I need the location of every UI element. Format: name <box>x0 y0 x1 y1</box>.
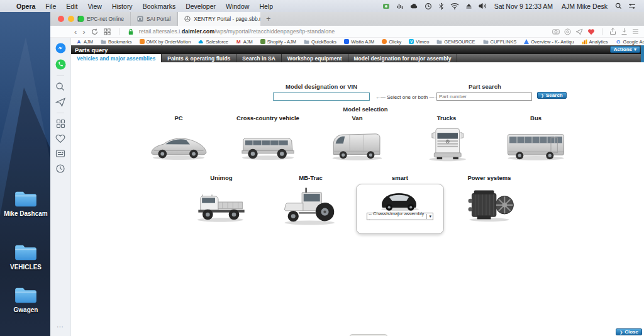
bookmark-cufflinks[interactable]: CUFFLINKS <box>483 39 517 45</box>
category-smart[interactable]: smart -- Chassis/major assembly - ▾ <box>355 174 445 234</box>
notification-center-icon[interactable] <box>628 3 636 9</box>
folder-label: Mike Dashcam <box>4 210 47 217</box>
speed-dial-icon[interactable] <box>104 28 111 35</box>
menu-item-developer[interactable]: Developer <box>180 3 221 10</box>
my-flow-icon[interactable] <box>55 98 66 107</box>
tab-search-in-sa[interactable]: Search in SA <box>236 54 281 62</box>
menu-item-window[interactable]: Window <box>221 3 254 10</box>
bookmark-vimeo[interactable]: VVimeo <box>409 39 429 45</box>
reload-button[interactable] <box>91 28 98 35</box>
whatsapp-icon[interactable] <box>55 59 66 70</box>
audio-levels-icon[interactable] <box>396 3 404 10</box>
close-button[interactable]: ❯ Close <box>616 328 642 335</box>
tab-workshop-equipment[interactable]: Workshop equipment <box>282 54 348 62</box>
history-clock-icon[interactable] <box>55 164 65 174</box>
category-pc[interactable]: PC <box>134 115 223 164</box>
power-systems-image[interactable] <box>460 186 518 223</box>
sidebar-more-icon[interactable]: ⋯ <box>57 323 64 331</box>
screen-capture-status-icon[interactable] <box>382 3 390 10</box>
wifi-icon[interactable] <box>450 3 459 9</box>
actions-button[interactable]: Actions ▾ <box>610 46 640 53</box>
tab-model-designation-major-assembly[interactable]: Model designation for major assembly <box>348 54 458 62</box>
menubar-clock[interactable]: Sat Nov 9 12:33 AM <box>490 3 557 10</box>
bluetooth-icon[interactable] <box>438 3 444 10</box>
bookmark-wistia[interactable]: Wistia AJM <box>344 39 374 45</box>
tab-vehicles-and-major-assemblies[interactable]: Vehicles and major assemblies <box>71 54 162 62</box>
zoom-window-button[interactable] <box>78 16 84 22</box>
bus-image[interactable] <box>503 126 569 164</box>
personal-news-icon[interactable] <box>55 149 65 158</box>
badge-icon[interactable] <box>564 28 571 35</box>
search-button[interactable]: ❯ Search <box>537 92 567 99</box>
minimize-window-button[interactable] <box>68 16 74 22</box>
close-window-button[interactable] <box>58 16 64 22</box>
bookmarks-heart-icon[interactable] <box>55 134 65 143</box>
address-bar[interactable]: retail.aftersales.i.daimler.com/wps/mypo… <box>139 28 335 35</box>
menu-item-bookmarks[interactable]: Bookmarks <box>138 3 181 10</box>
spotlight-search-icon[interactable] <box>615 3 622 9</box>
bookmark-quickbooks[interactable]: QuickBooks <box>304 39 336 45</box>
trucks-image[interactable] <box>414 126 479 164</box>
menu-item-file[interactable]: File <box>40 3 61 10</box>
share-icon[interactable] <box>609 28 616 35</box>
smart-image[interactable] <box>374 186 426 212</box>
page-scrollbar[interactable] <box>641 45 644 62</box>
van-image[interactable] <box>325 126 390 164</box>
pc-image[interactable] <box>146 126 211 164</box>
unimog-image[interactable] <box>190 186 253 225</box>
category-bus[interactable]: Bus <box>491 115 580 164</box>
browser-tab-sai-portal[interactable]: SAI Portal <box>131 12 177 26</box>
desktop-folder-mike-dashcam[interactable]: Mike Dashcam <box>2 189 50 217</box>
cross-country-vehicle-image[interactable] <box>235 126 301 164</box>
bookmark-clicky[interactable]: Clicky <box>382 39 401 45</box>
category-cross-country-vehicle[interactable]: Cross-country vehicle <box>223 115 313 164</box>
bookmark-omx[interactable]: OMX by OrderMotion <box>140 39 191 45</box>
model-designation-label: Model designation or VIN <box>265 83 378 90</box>
bookmark-ajm[interactable]: AAJM <box>76 39 93 45</box>
bookmark-gmail-ajm[interactable]: MAJM <box>236 39 253 45</box>
sync-clock-icon[interactable] <box>425 3 432 10</box>
mb-trac-image[interactable] <box>278 186 343 227</box>
bookmark-analytics[interactable]: Analytics <box>582 39 608 45</box>
browser-menu-icon[interactable] <box>632 28 639 35</box>
category-trucks[interactable]: Trucks <box>402 115 491 164</box>
bookmark-google-ads[interactable]: GGoogle Ads : Google <box>616 39 644 45</box>
messenger-icon[interactable] <box>55 43 66 53</box>
browser-tab-xentry-portal[interactable]: XENTRY Portal - page.sbb.ri <box>177 12 260 26</box>
forward-button[interactable]: › <box>82 28 85 36</box>
send-to-flow-icon[interactable] <box>575 28 583 35</box>
speed-dial-icon[interactable] <box>56 119 65 128</box>
model-designation-input[interactable] <box>273 92 370 101</box>
category-unimog[interactable]: Unimog <box>177 174 266 234</box>
new-tab-button[interactable]: + <box>260 12 276 26</box>
secure-lock-icon[interactable] <box>128 28 134 35</box>
bookmark-bookmarks-folder[interactable]: Bookmarks <box>101 39 132 45</box>
cloud-status-icon[interactable] <box>410 3 418 9</box>
volume-icon[interactable] <box>479 3 487 9</box>
menu-item-view[interactable]: View <box>82 3 107 10</box>
desktop-folder-vehicles[interactable]: VEHICLES <box>2 243 50 271</box>
part-number-input[interactable] <box>436 92 532 101</box>
bookmark-gemsource[interactable]: GEMSOURCE <box>436 39 475 45</box>
bookmark-salesforce[interactable]: Salesforce <box>198 39 228 45</box>
parts-query-header: Parts query <box>71 45 644 54</box>
back-button[interactable]: ‹ <box>74 28 77 36</box>
tab-paints-operating-fluids[interactable]: Paints & operating fluids <box>162 54 236 62</box>
snapshot-camera-icon[interactable] <box>552 28 560 35</box>
chassis-major-assembly-dropdown[interactable]: -- Chassis/major assembly - ▾ <box>367 213 433 220</box>
menu-item-edit[interactable]: Edit <box>61 3 82 10</box>
bookmark-heart-icon[interactable] <box>587 28 595 35</box>
download-icon[interactable] <box>621 28 628 35</box>
menubar-user[interactable]: AJM Mike Desk <box>557 3 612 10</box>
search-icon[interactable] <box>55 82 65 92</box>
menu-item-opera[interactable]: Opera <box>11 3 40 10</box>
category-van[interactable]: Van <box>313 115 402 164</box>
menu-item-history[interactable]: History <box>107 3 138 10</box>
category-mb-trac[interactable]: MB-Trac <box>266 174 355 234</box>
category-power-systems[interactable]: Power systems <box>445 174 534 234</box>
bookmark-overview-antiques[interactable]: Overview - K- Antiqu <box>524 39 574 45</box>
eject-icon[interactable] <box>465 3 472 9</box>
desktop-folder-gwagen[interactable]: Gwagen <box>2 286 50 313</box>
menu-item-help[interactable]: Help <box>254 3 278 10</box>
bookmark-shopify[interactable]: Shopify - AJM <box>260 39 296 45</box>
